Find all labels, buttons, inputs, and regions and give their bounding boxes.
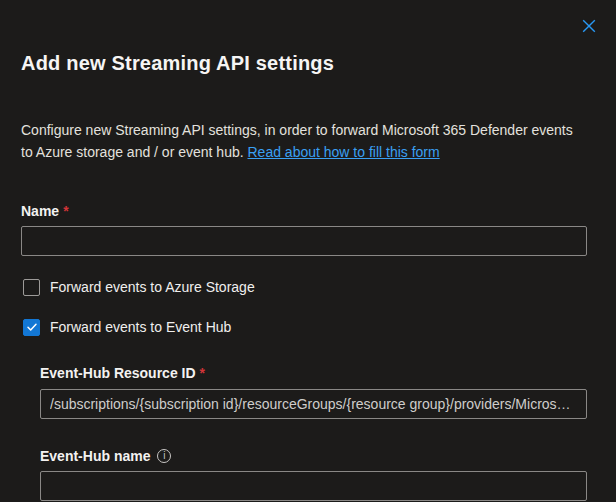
resource-id-field-group: Event-Hub Resource ID* (40, 364, 587, 419)
event-hub-name-field-group: Event-Hub name i (40, 448, 587, 501)
read-about-link[interactable]: Read about how to fill this form (247, 144, 439, 160)
azure-storage-checkbox[interactable] (23, 279, 40, 296)
resource-id-required-marker: * (200, 365, 205, 381)
event-hub-name-label-row: Event-Hub name i (40, 448, 587, 464)
forward-azure-storage-row[interactable]: Forward events to Azure Storage (23, 278, 587, 296)
resource-id-input[interactable] (40, 389, 587, 419)
checkmark-icon (26, 321, 38, 333)
description-line-1: Configure new Streaming API settings, in… (21, 119, 587, 141)
event-hub-name-input[interactable] (40, 471, 587, 501)
event-hub-checkbox-label[interactable]: Forward events to Event Hub (50, 318, 231, 336)
name-field-group: Name* (21, 202, 587, 256)
close-icon (582, 19, 596, 33)
event-hub-checkbox[interactable] (23, 319, 40, 336)
close-button[interactable] (579, 16, 599, 36)
forward-event-hub-row[interactable]: Forward events to Event Hub (23, 318, 587, 336)
dialog-description: Configure new Streaming API settings, in… (21, 119, 587, 163)
description-line-2: to Azure storage and / or event hub. Rea… (21, 141, 587, 163)
page-title: Add new Streaming API settings (21, 0, 587, 75)
event-hub-settings-section: Event-Hub Resource ID* Event-Hub name i (21, 364, 587, 501)
name-input[interactable] (21, 226, 587, 256)
azure-storage-checkbox-label[interactable]: Forward events to Azure Storage (50, 278, 255, 296)
name-label: Name (21, 203, 59, 219)
resource-id-label: Event-Hub Resource ID (40, 365, 196, 381)
info-icon[interactable]: i (157, 449, 171, 463)
streaming-api-settings-dialog: Add new Streaming API settings Configure… (0, 0, 616, 502)
name-required-marker: * (63, 203, 68, 219)
event-hub-name-label: Event-Hub name (40, 448, 150, 464)
